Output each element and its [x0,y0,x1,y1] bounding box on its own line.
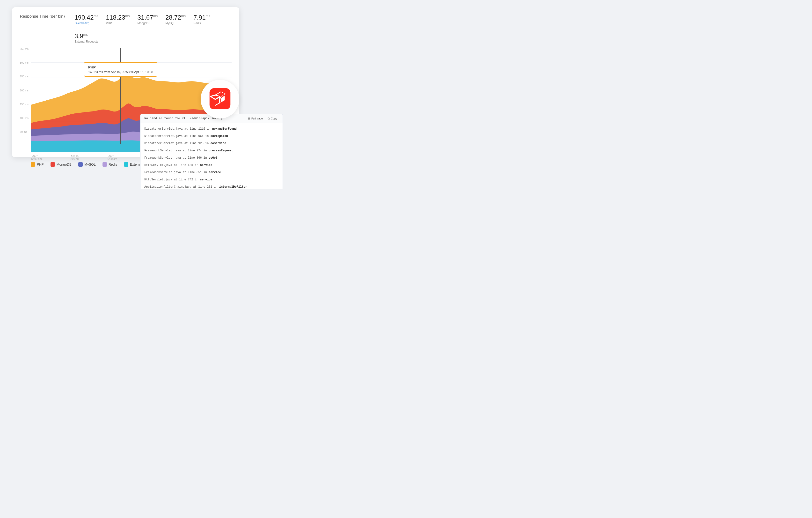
trace-row: HttpServlet.java at line 635 in service [141,162,283,169]
trace-row: ApplicationFilterChain.java at line 231 … [141,183,283,189]
copy-label: Copy [271,117,277,120]
metric-label: Overall Avg [75,22,89,25]
chart-tooltip: PHP 140.23 ms from Apr 15, 09:58 till Ap… [84,62,157,77]
y-axis-label: 200 ms [20,89,29,92]
legend-item: MongoDB [51,162,71,167]
y-axis-label: 50 ms [20,131,29,133]
chart-title: Response Time (per txn) [20,14,65,19]
trace-actions: ⊞ Full trace ⧉ Copy [246,116,279,121]
metric-value: 28.72ms [165,14,186,21]
x-axis-label: Apr 1512:00 am [31,154,42,160]
trace-row: DispatcherServlet.java at line 966 in do… [141,133,283,140]
copy-icon: ⧉ [268,117,270,120]
metric-value: 118.23ms [106,14,129,21]
tooltip-title: PHP [88,65,153,69]
metric-item: 190.42ms Overall Avg [75,14,98,25]
x-axis-label: Apr 153:00 am [70,154,80,160]
legend-item: Redis [103,162,117,167]
tooltip-desc: 140.23 ms from Apr 15, 09:58 till Apr 15… [88,70,153,74]
legend-label: PHP [37,163,44,166]
metric-label: PHP [106,22,112,25]
metric-value: 31.67ms [138,14,158,21]
full-trace-button[interactable]: ⊞ Full trace [246,116,264,121]
metric-label: MongoDB [138,22,150,25]
metric-value: 3.9ms [75,33,88,40]
trace-row: FrameworkServlet.java at line 866 in doG… [141,154,283,162]
y-axis-label: 250 ms [20,75,29,78]
legend-label: Redis [109,163,117,166]
metric-item: 7.91ms Redis [194,14,210,25]
y-axis-label: 100 ms [20,117,29,119]
trace-error-message: No handler found for GET /admin/api/user… [144,117,224,120]
metric-label: External Requests [75,40,98,43]
metric-value: 190.42ms [75,14,98,21]
trace-row: FrameworkServlet.java at line 974 in pro… [141,147,283,154]
metrics-row: 190.42ms Overall Avg 118.23ms PHP 31.67m… [75,14,232,43]
trace-row: FrameworkServlet.java at line 851 in ser… [141,169,283,176]
main-scene: Response Time (per txn) 190.42ms Overall… [12,7,278,181]
x-axis-label: Apr 156:00 am [108,154,117,160]
metric-item: 3.9ms External Requests [75,33,98,44]
legend-color [31,162,35,167]
trace-card: No handler found for GET /admin/api/user… [140,114,283,189]
legend-color [51,162,55,167]
y-axis-label: 150 ms [20,103,29,106]
metric-label: Redis [194,22,201,25]
metric-item: 28.72ms MySQL [165,14,186,25]
chart-header: Response Time (per txn) 190.42ms Overall… [20,14,232,43]
laravel-logo-circle [201,80,239,118]
trace-row: DispatcherServlet.java at line 925 in do… [141,140,283,147]
metric-value: 7.91ms [194,14,210,21]
legend-color [103,162,107,167]
metric-item: 118.23ms PHP [106,14,129,25]
legend-color [124,162,128,167]
legend-item: MySQL [78,162,96,167]
legend-label: MongoDB [57,163,71,166]
legend-label: MySQL [84,163,96,166]
expand-icon: ⊞ [248,117,251,120]
y-axis-label: 350 ms [20,48,29,50]
laravel-icon [209,88,231,110]
copy-button[interactable]: ⧉ Copy [266,117,279,121]
trace-row: DispatcherServlet.java at line 1210 in n… [141,125,283,133]
y-axis-label: 300 ms [20,61,29,64]
trace-row: HttpServlet.java at line 742 in service [141,176,283,183]
trace-body: DispatcherServlet.java at line 1210 in n… [141,123,283,189]
legend-item: PHP [31,162,44,167]
legend-color [78,162,83,167]
metric-label: MySQL [165,22,175,25]
metric-item: 31.67ms MongoDB [138,14,158,25]
full-trace-label: Full trace [252,117,263,120]
y-axis-labels: 350 ms300 ms250 ms200 ms150 ms100 ms50 m… [20,48,29,152]
